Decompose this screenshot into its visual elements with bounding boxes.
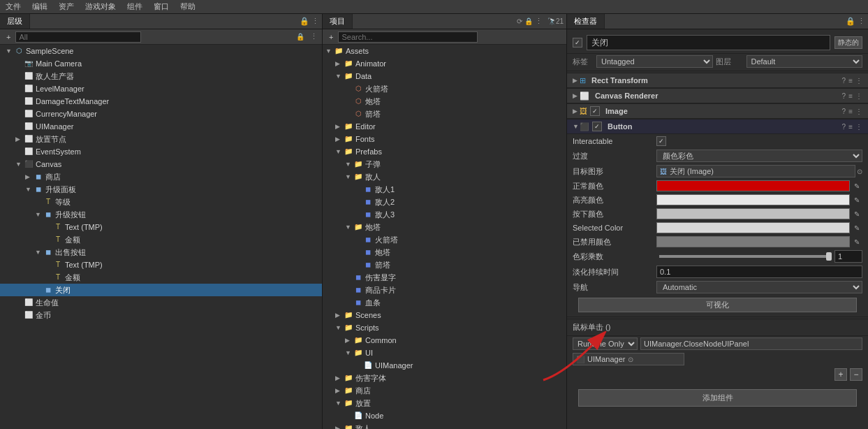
menu-edit[interactable]: 编辑 <box>31 1 49 12</box>
project-tree-editor[interactable]: ▶ 📁 Editor <box>323 120 566 133</box>
project-tree-arrow-tower[interactable]: ⬡ 箭塔 <box>323 108 566 120</box>
tree-item-sell-btn[interactable]: ▼ ◼ 出售按钮 <box>0 246 322 259</box>
tree-item-amount-1[interactable]: T 金额 <box>0 233 322 246</box>
preset-icon[interactable]: ≡ <box>848 92 853 100</box>
runtime-only-select[interactable]: Runtime Only <box>573 337 638 350</box>
remove-event-btn[interactable]: − <box>850 368 862 381</box>
tree-item-eventsystem[interactable]: ⬜ EventSystem <box>0 145 322 158</box>
hierarchy-tab[interactable]: 层级 <box>0 14 30 29</box>
project-tree-enemy3[interactable]: ◼ 敌人3 <box>323 208 566 221</box>
button-enabled-checkbox[interactable]: ✓ <box>592 122 602 131</box>
refresh-icon[interactable]: ⟳ <box>517 17 522 25</box>
canvas-renderer-header[interactable]: ▶ ⬜ Canvas Renderer ? ≡ ⋮ <box>567 88 868 103</box>
tree-item-amount-2[interactable]: T 金额 <box>0 271 322 284</box>
tree-item-upgrade-panel[interactable]: ▼ ◼ 升级面板 <box>0 183 322 196</box>
help-icon[interactable]: ? <box>842 92 846 100</box>
more-icon[interactable]: ⋮ <box>855 92 862 100</box>
disabled-color-swatch[interactable] <box>656 236 850 247</box>
project-tree-cannon[interactable]: ⬡ 炮塔 <box>323 95 566 108</box>
project-tree-assets[interactable]: ▼ 📁 Assets <box>323 45 566 57</box>
project-tree-enemy1[interactable]: ◼ 敌人1 <box>323 183 566 196</box>
navigation-select[interactable]: Automatic <box>656 281 862 293</box>
project-tree-ui[interactable]: ▼ 📁 UI <box>323 347 566 359</box>
project-tree-rocket-prefab[interactable]: ◼ 火箭塔 <box>323 233 566 246</box>
menu-assets[interactable]: 资产 <box>57 1 75 12</box>
project-tab[interactable]: 项目 <box>323 14 353 29</box>
project-tree-damage-font[interactable]: ▶ 📁 伤害字体 <box>323 372 566 384</box>
image-header[interactable]: ▶ 🖼 ✓ Image ? ≡ ⋮ <box>567 103 868 119</box>
tree-item-uimanager[interactable]: ⬜ UIManager <box>0 120 322 133</box>
inspector-more-icon[interactable]: ⋮ <box>858 17 865 26</box>
layer-select[interactable]: Default <box>746 55 863 68</box>
static-badge[interactable]: 静态的 <box>834 36 862 49</box>
tree-item-text-tmp-2[interactable]: T Text (TMP) <box>0 259 322 271</box>
menu-help[interactable]: 帮助 <box>179 1 197 12</box>
project-tree-animator[interactable]: ▶ 📁 Animator <box>323 57 566 70</box>
uimanager-field[interactable]: ⬛ UIManager ⊙ <box>573 353 684 365</box>
selected-color-swatch[interactable] <box>656 222 850 233</box>
target-graphic-field[interactable]: 🖼 关闭 (Image) <box>656 165 855 177</box>
button-header[interactable]: ▼ ⬛ ✓ Button ? ≡ ⋮ <box>567 119 868 134</box>
hierarchy-search[interactable] <box>15 31 141 43</box>
tree-item-damagetextmanager[interactable]: ⬜ DamageTextManager <box>0 95 322 108</box>
add-event-btn[interactable]: + <box>834 368 847 381</box>
add-component-button[interactable]: 添加组件 <box>578 389 857 407</box>
color-multiplier-input[interactable]: 1 <box>834 250 862 263</box>
tree-item-placenodes[interactable]: ▶ ⬜ 放置节点 <box>0 133 322 145</box>
add-asset-btn[interactable]: + <box>327 32 335 42</box>
tree-item-main-camera[interactable]: 📷 Main Camera <box>0 57 322 70</box>
rect-transform-header[interactable]: ▶ ⊞ Rect Transform ? ≡ ⋮ <box>567 73 868 88</box>
help-icon[interactable]: ? <box>842 108 846 115</box>
tree-item-close[interactable]: ◼ 关闭 <box>0 284 322 296</box>
project-tree-node[interactable]: 📄 Node <box>323 409 566 422</box>
pressed-color-swatch[interactable] <box>656 208 850 219</box>
preset-icon[interactable]: ≡ <box>848 108 853 115</box>
tree-item-currencymanager[interactable]: ⬜ CurrencyManager <box>0 108 322 120</box>
interactable-checkbox[interactable]: ✓ <box>656 136 666 146</box>
project-tree-merchant[interactable]: ▶ 📁 商店 <box>323 384 566 397</box>
fade-duration-input[interactable]: 0.1 <box>656 266 862 278</box>
project-tree-rocket[interactable]: ⬡ 火箭塔 <box>323 82 566 95</box>
highlight-color-edit-btn[interactable]: ✎ <box>851 194 862 205</box>
tree-item-gold[interactable]: ⬜ 金币 <box>0 309 322 321</box>
project-tree-prefabs[interactable]: ▼ 📁 Prefabs <box>323 145 566 158</box>
tree-item-level[interactable]: T 等级 <box>0 196 322 208</box>
color-multiplier-slider[interactable] <box>659 255 829 258</box>
menu-gameobject[interactable]: 游戏对象 <box>84 1 117 12</box>
pressed-color-edit-btn[interactable]: ✎ <box>851 208 862 219</box>
tag-select[interactable]: Untagged <box>596 55 713 68</box>
lock-icon-project[interactable]: 🔒 <box>524 17 533 25</box>
project-tree-enemy2[interactable]: ◼ 敌人2 <box>323 196 566 208</box>
normal-color-swatch[interactable] <box>656 180 850 191</box>
project-tree-bullets[interactable]: ▼ 📁 子弹 <box>323 158 566 170</box>
inspector-tab[interactable]: 检查器 <box>567 14 605 29</box>
project-tree-uimanager-script[interactable]: 📄 UIManager <box>323 359 566 372</box>
highlight-color-swatch[interactable] <box>656 194 850 205</box>
project-tree-health-bar[interactable]: ◼ 血条 <box>323 296 566 309</box>
project-tree-enemy-folder[interactable]: ▶ 📁 敌人 <box>323 422 566 429</box>
tree-item-enemy-spawner[interactable]: ⬜ 敌人生产器 <box>0 70 322 82</box>
preset-icon[interactable]: ≡ <box>848 77 853 85</box>
project-tree-common[interactable]: ▶ 📁 Common <box>323 334 566 347</box>
project-tree-enemies[interactable]: ▼ 📁 敌人 <box>323 170 566 183</box>
more-icon-project[interactable]: ⋮ <box>535 17 543 26</box>
active-checkbox[interactable]: ✓ <box>573 38 582 48</box>
tree-item-samplescene[interactable]: ▼ ⬡ SampleScene <box>0 45 322 57</box>
menu-component[interactable]: 组件 <box>126 1 144 12</box>
lock-icon[interactable]: 🔒 <box>300 17 309 26</box>
tree-item-health[interactable]: ⬜ 生命值 <box>0 296 322 309</box>
tree-item-text-tmp-1[interactable]: T Text (TMP) <box>0 221 322 233</box>
tree-item-canvas[interactable]: ▼ ⬛ Canvas <box>0 158 322 170</box>
preset-icon[interactable]: ≡ <box>848 123 853 131</box>
image-enabled-checkbox[interactable]: ✓ <box>590 106 600 116</box>
project-tree-cannon-prefab[interactable]: ◼ 炮塔 <box>323 246 566 259</box>
target-graphic-select-icon[interactable]: ⊙ <box>857 168 862 175</box>
hierarchy-lock[interactable]: 🔒 <box>296 33 304 41</box>
project-tree-scripts[interactable]: ▼ 📁 Scripts <box>323 321 566 334</box>
selected-color-edit-btn[interactable]: ✎ <box>851 222 862 233</box>
tree-item-upgrade-btn[interactable]: ▼ ◼ 升级按钮 <box>0 208 322 221</box>
more-icon[interactable]: ⋮ <box>855 77 862 85</box>
more-icon[interactable]: ⋮ <box>855 123 862 131</box>
project-tree-data[interactable]: ▼ 📁 Data <box>323 70 566 82</box>
tree-item-levelmanager[interactable]: ⬜ LevelManager <box>0 82 322 95</box>
